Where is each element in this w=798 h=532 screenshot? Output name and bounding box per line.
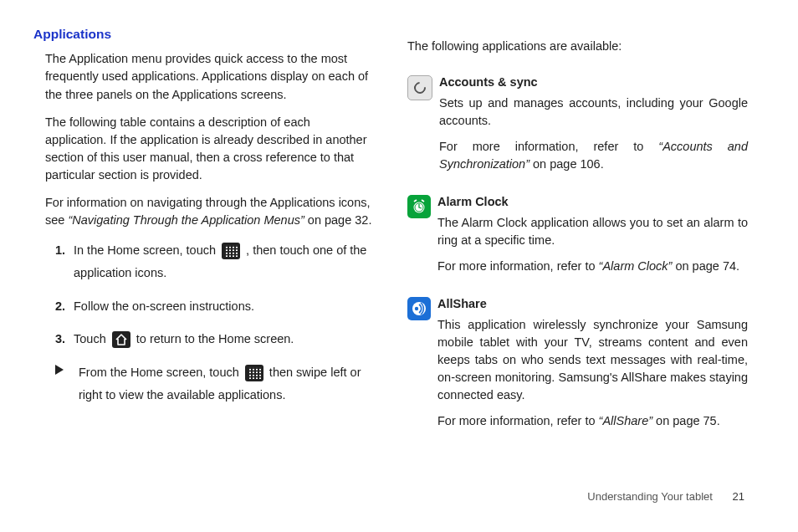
more-ref: “AllShare” (599, 414, 652, 427)
more-b: on page 75. (652, 414, 720, 427)
p3-reference: “Navigating Through the Application Menu… (68, 213, 304, 227)
intro-paragraph-1: The Application menu provides quick acce… (45, 50, 374, 103)
tip-bullet: From the Home screen, touch then swipe l… (52, 361, 374, 407)
app-title: Accounts & sync (439, 74, 748, 91)
left-column: Applications The Application menu provid… (33, 25, 374, 494)
apps-grid-icon (222, 243, 240, 259)
app-accounts-sync: Accounts & sync Sets up and manages acco… (407, 74, 748, 182)
app-desc: This application wirelessly synchronize … (437, 316, 748, 404)
bullet-arrow-icon (55, 361, 64, 407)
footer-section: Understanding Your tablet (587, 490, 713, 503)
svg-point-3 (415, 306, 418, 309)
more-a: For more information, refer to (439, 140, 658, 153)
more-a: For more information, refer to (437, 259, 599, 273)
steps-list: In the Home screen, touch , then touch o… (45, 239, 374, 351)
intro-paragraph-3: For information on navigating through th… (45, 194, 374, 229)
more-b: on page 74. (672, 259, 739, 273)
more-a: For more information, refer to (437, 414, 599, 427)
step1-text-a: In the Home screen, touch (74, 243, 219, 257)
right-column: The following applications are available… (407, 25, 748, 494)
apps-grid-icon (245, 365, 263, 381)
accounts-sync-icon (407, 75, 432, 100)
app-title: AllShare (437, 295, 748, 313)
step-2: Follow the on-screen instructions. (69, 295, 374, 319)
app-more: For more information, refer to “Accounts… (439, 138, 748, 173)
apps-intro: The following applications are available… (407, 38, 748, 55)
more-ref: “Alarm Clock” (599, 259, 673, 273)
tip-text: From the Home screen, touch then swipe l… (79, 361, 374, 407)
tip-text-a: From the Home screen, touch (79, 366, 243, 379)
step3-text-b: to return to the Home screen. (133, 332, 294, 345)
app-allshare: AllShare This application wirelessly syn… (407, 295, 748, 438)
section-heading: Applications (33, 25, 374, 43)
app-desc: The Alarm Clock application allows you t… (437, 214, 748, 249)
home-icon (112, 331, 130, 348)
app-title: Alarm Clock (437, 193, 748, 211)
alarm-clock-icon (407, 195, 431, 218)
footer-page-number: 21 (733, 490, 744, 503)
step-1: In the Home screen, touch , then touch o… (69, 239, 374, 285)
allshare-icon (407, 297, 431, 320)
app-more: For more information, refer to “AllShare… (437, 412, 748, 430)
app-more: For more information, refer to “Alarm Cl… (437, 258, 748, 275)
step-3: Touch to return to the Home screen. (69, 328, 374, 351)
more-b: on page 106. (529, 157, 604, 171)
page-footer: Understanding Your tablet 21 (587, 489, 744, 505)
app-desc: Sets up and manages accounts, including … (439, 95, 748, 130)
step3-text-a: Touch (74, 332, 110, 345)
app-alarm-clock: Alarm Clock The Alarm Clock application … (407, 193, 748, 284)
intro-paragraph-2: The following table contains a descripti… (45, 114, 374, 184)
p3-text-b: on page 32. (304, 213, 372, 227)
